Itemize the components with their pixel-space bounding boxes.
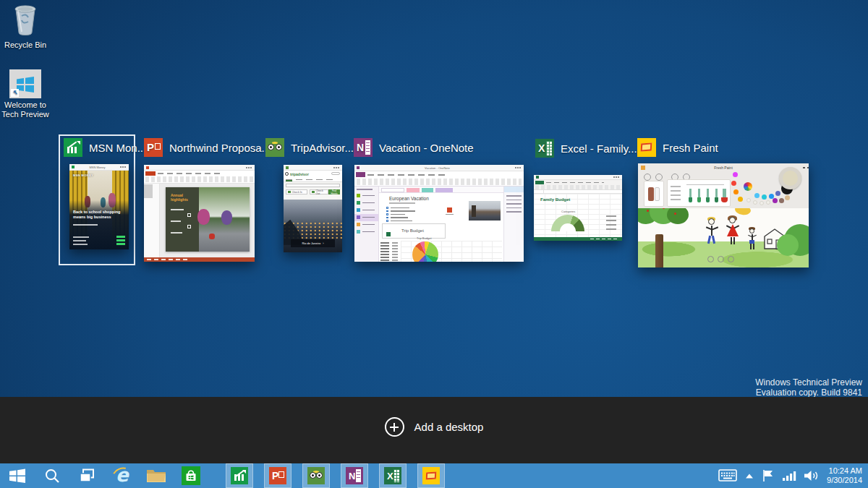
card-title-label: Vacation - OneNote: [379, 142, 474, 154]
taskbar-msn-money-button[interactable]: [226, 463, 253, 488]
msn-money-icon: [64, 138, 82, 157]
ppt-slide-heading: Annual highlights: [171, 193, 199, 202]
trip-nav-tabs: [284, 177, 342, 182]
onenote-notebook-sidebar: [354, 187, 379, 262]
excel-titlebar: [534, 175, 622, 180]
taskbar-powerpoint-button[interactable]: P: [264, 463, 292, 488]
excel-donut-chart: [551, 215, 584, 231]
window-thumbnail-excel[interactable]: Family Budget Categories: [534, 175, 622, 241]
taskbar-onenote-button[interactable]: N: [341, 463, 368, 488]
taskbar-tripadvisor-button[interactable]: [302, 463, 330, 488]
card-title-label: Excel - Family...: [561, 142, 637, 155]
powerpoint-icon: P: [269, 467, 286, 484]
add-desktop-plus-icon: [385, 417, 404, 437]
window-thumbnail-msn-money[interactable]: MSN Money MSN MONEY Back to school shopp…: [69, 164, 129, 249]
start-button[interactable]: [0, 463, 35, 488]
window-thumbnail-tripadvisor[interactable]: tripadvisor Check In Check Out Find Hote…: [284, 165, 342, 252]
card-title-tripadvisor[interactable]: TripAdvisor...: [265, 138, 354, 157]
taskbar-excel-button[interactable]: X: [379, 463, 407, 488]
fp-undo-button[interactable]: [707, 256, 714, 262]
onenote-pages-panel: [503, 187, 524, 262]
onenote-ribbon: [354, 171, 524, 187]
trip-logo-text: tripadvisor: [290, 172, 309, 176]
file-explorer-button[interactable]: [139, 463, 174, 488]
card-title-powerpoint[interactable]: P Northwind Proposa...: [144, 138, 271, 157]
card-title-onenote[interactable]: N Vacation - OneNote: [354, 138, 474, 157]
taskbar-clock[interactable]: 10:24 AM 9/30/2014: [827, 466, 862, 485]
desktop-icon-welcome[interactable]: ↖ Welcome to Tech Preview: [1, 69, 49, 119]
onenote-embed-title: Trip Budget: [401, 228, 424, 233]
card-title-msn-money[interactable]: MSN Mon...: [64, 138, 146, 157]
taskbar-fresh-paint-button[interactable]: [417, 463, 445, 488]
shortcut-arrow-icon: ↖: [11, 89, 19, 97]
excel-icon: X: [535, 139, 554, 158]
ppt-status-bar: [144, 257, 255, 262]
fp-drawing-man: [706, 218, 718, 250]
add-desktop-button[interactable]: Add a desktop: [0, 417, 868, 437]
window-thumbnail-powerpoint[interactable]: Annual highlights: [144, 165, 255, 262]
fp-brush-panel: [667, 179, 731, 207]
fp-canvas-drawing: [638, 208, 809, 267]
fp-redo-button[interactable]: [718, 256, 724, 262]
trip-find-hotels-button: Find Hotels: [328, 189, 340, 194]
onenote-chart-title: Trip Budget: [417, 236, 432, 240]
store-button[interactable]: [174, 463, 208, 488]
fp-more-button[interactable]: [728, 256, 734, 262]
card-title-label: TripAdvisor...: [291, 142, 354, 154]
internet-explorer-button[interactable]: e: [104, 463, 139, 488]
onenote-page-content: European Vacation Trip Budget: [379, 193, 503, 262]
fp-paint-dot: [733, 172, 738, 177]
desktop-screen: Recycle Bin ↖ Welcome to Tech Preview MS…: [0, 0, 868, 488]
onenote-icon: N: [354, 138, 373, 157]
msn-money-icon: [231, 467, 248, 484]
card-title-label: Northwind Proposa...: [169, 142, 271, 154]
excel-sheet: Family Budget Categories: [534, 194, 622, 237]
window-thumbnail-fresh-paint[interactable]: Fresh Paint: [638, 163, 809, 267]
recycle-bin-label: Recycle Bin: [4, 40, 46, 50]
tripadvisor-icon: [265, 138, 284, 157]
fresh-paint-icon: [637, 138, 656, 157]
window-thumbnail-onenote[interactable]: Vacation - OneNote: [354, 165, 524, 262]
card-title-excel[interactable]: X Excel - Family...: [535, 139, 637, 158]
fresh-paint-icon: [422, 467, 440, 484]
desktop-icon-recycle-bin[interactable]: Recycle Bin: [1, 4, 49, 50]
search-icon: [43, 467, 61, 484]
card-title-fresh-paint[interactable]: Fresh Paint: [637, 138, 718, 157]
fp-paint-can: [779, 167, 801, 189]
action-center-flag-icon[interactable]: [762, 469, 775, 482]
fp-drawing-boy: [748, 228, 757, 253]
onenote-page-tabs: [379, 187, 503, 193]
welcome-file-icon: ↖: [9, 69, 41, 98]
excel-ribbon: [534, 180, 622, 190]
task-view-icon: [78, 467, 95, 484]
onenote-embed-frame: Trip Budget: [382, 223, 446, 239]
show-hidden-icons-chevron[interactable]: [744, 472, 754, 479]
onenote-titlebar: Vacation - OneNote: [354, 165, 524, 171]
system-tray: 10:24 AM 9/30/2014: [718, 463, 868, 488]
onenote-icon: N: [346, 467, 363, 484]
add-desktop-label: Add a desktop: [414, 421, 484, 433]
task-view-button[interactable]: [69, 463, 104, 488]
card-title-label: MSN Mon...: [89, 142, 146, 154]
excel-status-bar: [534, 237, 622, 241]
excel-icon: X: [384, 467, 401, 484]
clock-date: 9/30/2014: [827, 476, 862, 485]
fp-color-wheel: [744, 182, 752, 191]
taskbar: e P: [0, 463, 868, 488]
search-button[interactable]: [35, 463, 69, 488]
os-watermark: Windows Technical Preview Evaluation cop…: [755, 377, 862, 398]
msn-brand-text: MSN MONEY: [73, 174, 93, 177]
store-icon: [182, 466, 200, 485]
network-icon[interactable]: [782, 470, 796, 481]
card-title-label: Fresh Paint: [663, 142, 718, 154]
internet-explorer-icon: e: [111, 465, 132, 487]
fp-eraser-panel: [644, 181, 664, 207]
task-view-bottom-bar: Add a desktop: [0, 397, 868, 463]
volume-icon[interactable]: [804, 469, 820, 482]
touch-keyboard-icon[interactable]: [718, 469, 737, 482]
excel-chart-title: Categories: [561, 210, 575, 213]
ppt-slide-panel: [144, 184, 160, 257]
onenote-pie-chart: [412, 241, 438, 262]
fp-drawing-woman: [726, 217, 739, 252]
trip-titlebar: [284, 165, 342, 171]
